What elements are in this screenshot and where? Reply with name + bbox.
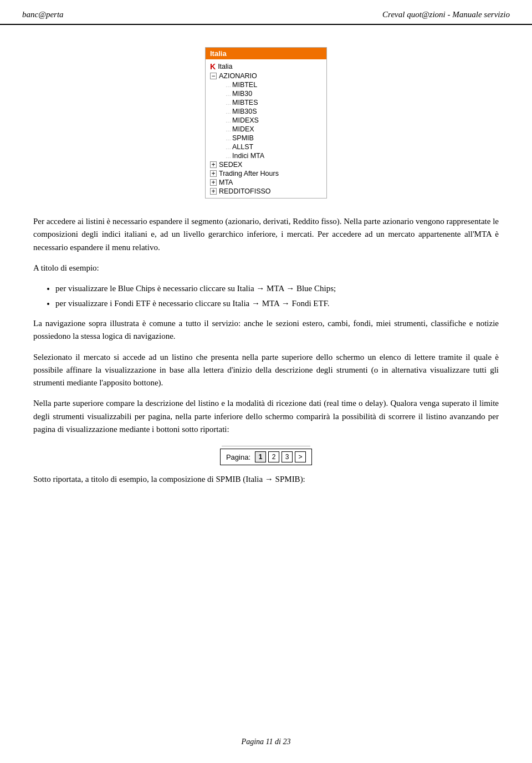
expander-plus-icon[interactable]: + <box>210 170 217 177</box>
tree-item-mib30[interactable]: … MIB30 <box>206 89 326 98</box>
paragraph-3: La navigazione sopra illustrata è comune… <box>33 317 499 343</box>
tree-root-label: Italia <box>218 63 232 70</box>
pagina-btn-next[interactable]: > <box>295 451 306 462</box>
tree-item-label-midex: MIDEX <box>232 125 254 133</box>
tree-body: K Italia − AZIONARIO … MIBTEL … MIB30 <box>206 59 326 198</box>
tree-dot-icon: … <box>226 126 230 133</box>
k-icon: K <box>210 62 216 71</box>
page-content: Italia K Italia − AZIONARIO … MIBTEL <box>0 25 532 527</box>
pagina-section: Pagina: 1 2 3 > <box>33 446 499 465</box>
tree-item-azionario[interactable]: − AZIONARIO <box>206 72 326 80</box>
tree-item-label-trading-after-hours: Trading After Hours <box>219 170 279 177</box>
tree-dot-icon: … <box>226 109 230 115</box>
tree-item-redditofisso[interactable]: + REDDITOFISSO <box>206 187 326 196</box>
tree-item-label-azionario: AZIONARIO <box>219 72 257 80</box>
separator-line <box>222 446 310 446</box>
tree-item-mibtes[interactable]: … MIBTES <box>206 98 326 107</box>
tree-item-label-redditofisso: REDDITOFISSO <box>219 187 271 195</box>
paragraph-6: Sotto riportata, a titolo di esempio, la… <box>33 473 499 486</box>
tree-dot-icon: … <box>226 153 230 159</box>
pagina-box: Pagina: 1 2 3 > <box>220 449 312 465</box>
header-left: banc@perta <box>22 10 64 19</box>
tree-item-trading-after-hours[interactable]: + Trading After Hours <box>206 169 326 178</box>
tree-dot-icon: … <box>226 118 230 124</box>
tree-item-indici-mta[interactable]: … Indici MTA <box>206 151 326 160</box>
pagina-container: Pagina: 1 2 3 > <box>220 446 312 465</box>
tree-dot-icon: … <box>226 91 230 97</box>
tree-item-spmib[interactable]: … SPMIB <box>206 134 326 143</box>
tree-item-label-mib30s: MIB30S <box>232 108 257 115</box>
paragraph-4: Selezionato il mercato si accede ad un l… <box>33 351 499 390</box>
tree-title-bar: Italia <box>206 48 326 59</box>
paragraph-5: Nella parte superiore compare la descriz… <box>33 397 499 436</box>
bullet-item-1: per visualizzare le Blue Chips è necessa… <box>55 282 499 295</box>
tree-item-label-allst: ALLST <box>232 143 253 151</box>
expander-plus-icon[interactable]: + <box>210 179 217 186</box>
tree-item-label-sedex: SEDEX <box>219 161 242 169</box>
tree-item-label-midexs: MIDEXS <box>232 116 259 124</box>
tree-section: Italia K Italia − AZIONARIO … MIBTEL <box>33 47 499 199</box>
expander-minus-icon[interactable]: − <box>210 73 217 79</box>
tree-dot-icon: … <box>226 144 230 150</box>
tree-dot-icon: … <box>226 100 230 106</box>
tree-item-mta[interactable]: + MTA <box>206 178 326 187</box>
expander-plus-icon[interactable]: + <box>210 188 217 195</box>
bullet-list: per visualizzare le Blue Chips è necessa… <box>55 282 499 309</box>
tree-widget: Italia K Italia − AZIONARIO … MIBTEL <box>205 47 327 199</box>
tree-dot-icon: … <box>226 82 230 88</box>
tree-title-label: Italia <box>210 49 227 58</box>
page-header: banc@perta Creval quot@zioni - Manuale s… <box>0 0 532 25</box>
tree-item-label-mibtes: MIBTES <box>232 99 258 106</box>
tree-root-item[interactable]: K Italia <box>206 62 326 72</box>
page-footer: Pagina 11 di 23 <box>0 737 532 746</box>
tree-item-midexs[interactable]: … MIDEXS <box>206 116 326 125</box>
tree-item-sedex[interactable]: + SEDEX <box>206 160 326 169</box>
tree-item-mibtel[interactable]: … MIBTEL <box>206 80 326 89</box>
pagina-btn-2[interactable]: 2 <box>268 451 279 462</box>
tree-item-label-indici-mta: Indici MTA <box>232 152 264 160</box>
expander-plus-icon[interactable]: + <box>210 161 217 168</box>
tree-item-label-mib30: MIB30 <box>232 90 252 98</box>
tree-item-label-spmib: SPMIB <box>232 134 254 142</box>
tree-item-mib30s[interactable]: … MIB30S <box>206 107 326 116</box>
tree-dot-icon: … <box>226 135 230 141</box>
pagina-btn-3[interactable]: 3 <box>282 451 293 462</box>
header-right: Creval quot@zioni - Manuale servizio <box>382 10 510 19</box>
paragraph-2-title: A titolo di esempio: <box>33 262 499 274</box>
tree-item-label-mibtel: MIBTEL <box>232 81 257 89</box>
pagina-label: Pagina: <box>226 453 250 461</box>
bullet-item-2: per visualizzare i Fondi ETF è necessari… <box>55 297 499 310</box>
paragraph-1: Per accedere ai listini è necessario esp… <box>33 215 499 254</box>
footer-text: Pagina 11 di 23 <box>242 737 291 746</box>
tree-item-label-mta: MTA <box>219 179 233 186</box>
tree-item-allst[interactable]: … ALLST <box>206 143 326 151</box>
pagina-btn-1[interactable]: 1 <box>255 451 266 462</box>
tree-item-midex[interactable]: … MIDEX <box>206 125 326 134</box>
